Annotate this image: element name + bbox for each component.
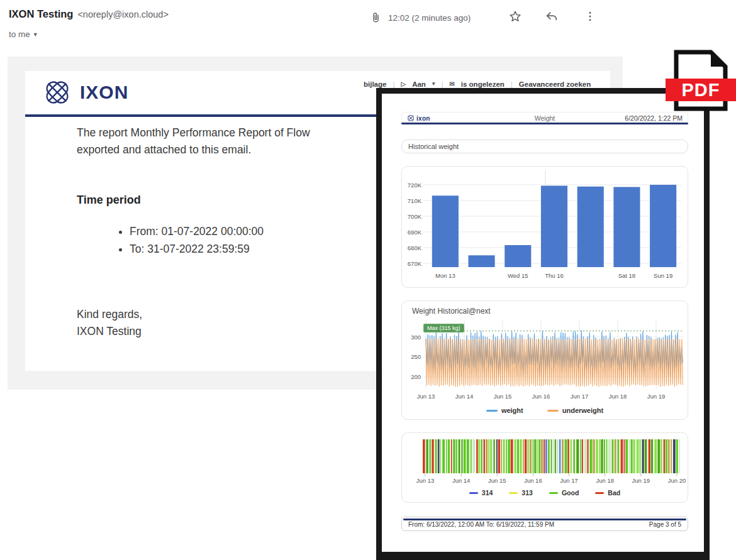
email-paragraph-line2: exported and attached to this email. xyxy=(77,141,310,158)
report-footer-page: Page 3 of 5 xyxy=(649,521,681,528)
report-header: ixon Weight 6/20/2022, 1:22 PM xyxy=(401,112,688,124)
legend-item-good: Good xyxy=(549,489,579,497)
legend-swatch xyxy=(595,492,604,494)
svg-text:710K: 710K xyxy=(408,197,422,204)
svg-text:680K: 680K xyxy=(408,244,422,251)
svg-text:700K: 700K xyxy=(408,213,422,220)
email-paragraph: The report Monthly Performance Report of… xyxy=(77,124,310,158)
report-section-title: Historical weight xyxy=(401,140,688,153)
report-footer-rule xyxy=(403,519,686,520)
svg-text:720K: 720K xyxy=(408,182,422,189)
ixon-logo-word: IXON xyxy=(80,82,128,103)
svg-text:Jun 19: Jun 19 xyxy=(647,393,666,400)
email-paragraph-line1: The report Monthly Performance Report of… xyxy=(77,124,310,141)
recipient-dropdown[interactable]: to me ▼ xyxy=(9,30,38,39)
ixon-logo-icon xyxy=(43,78,72,107)
svg-text:Jun 17: Jun 17 xyxy=(571,393,589,400)
legend-swatch xyxy=(486,410,498,412)
paperclip-icon[interactable] xyxy=(369,11,382,25)
svg-text:Jun 13: Jun 13 xyxy=(416,477,435,484)
legend-label: 314 xyxy=(482,489,493,497)
screen: IXON Testing <noreply@ixon.cloud> to me … xyxy=(0,0,736,560)
time-period-from: From: 01-07-2022 00:00:00 xyxy=(130,225,264,238)
line-chart-title: Weight Historical@next xyxy=(412,307,491,316)
legend-label: weight xyxy=(501,407,523,414)
svg-text:300: 300 xyxy=(411,334,421,341)
svg-text:250: 250 xyxy=(411,353,421,360)
svg-text:Jun 17: Jun 17 xyxy=(560,477,578,484)
svg-text:Jun 16: Jun 16 xyxy=(532,393,550,400)
signoff-line2: IXON Testing xyxy=(77,323,142,340)
time-period-heading: Time period xyxy=(77,194,141,207)
more-vert-icon[interactable] xyxy=(583,9,597,23)
legend-swatch xyxy=(509,492,518,494)
svg-text:Jun 16: Jun 16 xyxy=(524,477,542,484)
legend-swatch xyxy=(547,410,559,412)
report-header-rule xyxy=(401,123,688,124)
max-annotation-badge: Max (315 kg) xyxy=(423,324,464,332)
svg-text:670K: 670K xyxy=(408,260,422,267)
svg-text:Sat 18: Sat 18 xyxy=(618,272,635,279)
star-icon[interactable] xyxy=(508,9,522,23)
time-period-list: From: 01-07-2022 00:00:00 To: 31-07-2022… xyxy=(117,225,264,260)
svg-text:Jun 15: Jun 15 xyxy=(488,477,506,484)
legend-item-bad: Bad xyxy=(595,489,620,497)
bar-chart-card: 720K710K700K690K680K670KMon 13Wed 15Thu … xyxy=(401,166,688,288)
legend-item-weight: weight xyxy=(486,407,523,414)
svg-text:Jun 18: Jun 18 xyxy=(609,393,627,400)
line-chart-legend: weight underweight xyxy=(402,407,688,414)
message-time: 12:02 (2 minutes ago) xyxy=(388,13,471,23)
svg-text:Wed 15: Wed 15 xyxy=(508,272,528,279)
report-footer-range: From: 6/13/2022, 12:00 AM To: 6/19/2022,… xyxy=(408,521,554,528)
svg-text:690K: 690K xyxy=(408,229,422,236)
line-chart: Jun 13Jun 14Jun 15Jun 16Jun 17Jun 18Jun … xyxy=(402,301,688,408)
legend-label: Good xyxy=(562,489,579,497)
report-footer: From: 6/13/2022, 12:00 AM To: 6/19/2022,… xyxy=(401,517,688,531)
message-header: IXON Testing <noreply@ixon.cloud> xyxy=(9,8,169,20)
sender-name[interactable]: IXON Testing xyxy=(9,8,73,20)
stripe-chart: Jun 13Jun 14Jun 15Jun 16Jun 17Jun 18Jun … xyxy=(402,433,688,487)
stripe-chart-legend: 314 313 Good Bad xyxy=(402,489,688,497)
legend-item-underweight: underweight xyxy=(547,407,603,414)
legend-swatch xyxy=(549,492,558,494)
svg-text:Jun 14: Jun 14 xyxy=(452,477,471,484)
svg-text:Jun 20: Jun 20 xyxy=(668,477,686,484)
svg-text:200: 200 xyxy=(411,373,421,380)
svg-text:Thu 16: Thu 16 xyxy=(545,272,564,279)
reply-icon[interactable] xyxy=(545,9,559,23)
message-meta: 12:02 (2 minutes ago) xyxy=(369,11,471,25)
legend-item-313: 313 xyxy=(509,489,533,497)
svg-text:Jun 13: Jun 13 xyxy=(417,393,435,400)
svg-text:Jun 18: Jun 18 xyxy=(596,477,614,484)
line-chart-card: Jun 13Jun 14Jun 15Jun 16Jun 17Jun 18Jun … xyxy=(401,300,688,420)
report-datetime: 6/20/2022, 1:22 PM xyxy=(625,114,683,122)
legend-item-314: 314 xyxy=(469,489,493,497)
email-signoff: Kind regards, IXON Testing xyxy=(77,306,142,340)
legend-swatch xyxy=(469,492,478,494)
svg-text:Jun 19: Jun 19 xyxy=(632,477,650,484)
sender-address: <noreply@ixon.cloud> xyxy=(77,9,169,19)
svg-text:Mon 13: Mon 13 xyxy=(435,272,455,279)
svg-text:Jun 14: Jun 14 xyxy=(455,393,474,400)
signoff-line1: Kind regards, xyxy=(77,306,142,323)
time-period-to: To: 31-07-2022 23:59:59 xyxy=(130,243,264,256)
stripe-chart-card: Jun 13Jun 14Jun 15Jun 16Jun 17Jun 18Jun … xyxy=(401,432,688,503)
pdf-preview: ixon Weight 6/20/2022, 1:22 PM Historica… xyxy=(376,88,710,560)
svg-text:Jun 15: Jun 15 xyxy=(494,393,512,400)
recipient-label: to me xyxy=(9,30,30,39)
bar-chart: 720K710K700K690K680K670KMon 13Wed 15Thu … xyxy=(402,167,688,287)
legend-label: 313 xyxy=(521,489,533,497)
ixon-logo: IXON xyxy=(43,78,128,107)
svg-text:Sun 19: Sun 19 xyxy=(654,272,672,279)
legend-label: Bad xyxy=(608,489,620,497)
pdf-badge-label: PDF xyxy=(682,80,720,100)
chevron-down-icon: ▼ xyxy=(33,31,38,38)
pdf-icon[interactable]: PDF xyxy=(666,48,736,113)
legend-label: underweight xyxy=(562,407,603,414)
